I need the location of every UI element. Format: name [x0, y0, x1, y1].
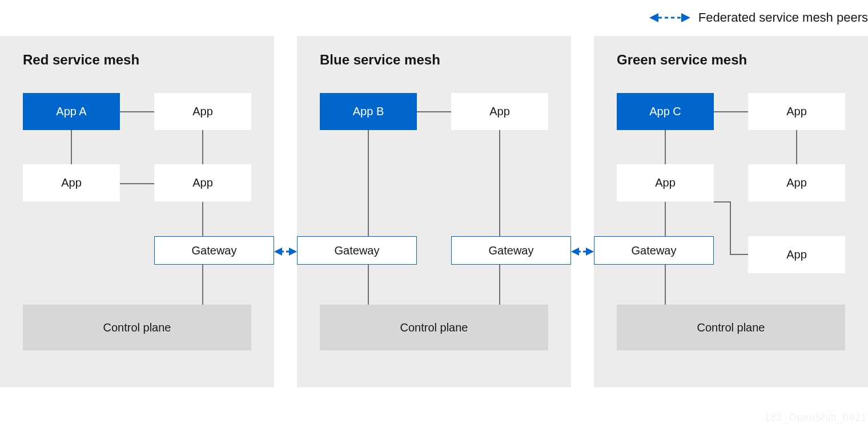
app-box-primary: App A [23, 93, 120, 130]
mesh-panel-red: Red service mesh App A App App App Gatew… [0, 36, 274, 387]
connector [714, 111, 748, 112]
gateway-box: Gateway [451, 236, 571, 265]
connector [120, 183, 154, 184]
app-box: App [748, 236, 845, 273]
app-box: App [748, 93, 845, 130]
app-box: App [748, 164, 845, 201]
peer-arrow-icon [571, 246, 594, 257]
svg-marker-0 [649, 13, 658, 22]
connector [120, 111, 154, 112]
legend-label: Federated service mesh peers [698, 10, 868, 25]
connector [499, 265, 500, 305]
control-plane-box: Control plane [320, 305, 548, 350]
connector [665, 130, 666, 164]
connector [499, 130, 500, 236]
legend: Federated service mesh peers [649, 10, 868, 25]
app-box: App [617, 164, 714, 201]
watermark: 182_OpenShift_0921 [765, 412, 867, 424]
peer-arrow-icon [274, 246, 297, 257]
svg-marker-5 [289, 248, 297, 256]
connector [714, 201, 731, 203]
gateway-box: Gateway [594, 236, 714, 265]
connector [368, 265, 369, 305]
connector [368, 130, 369, 236]
app-box-primary: App B [320, 93, 417, 130]
mesh-title-red: Red service mesh [23, 52, 139, 68]
svg-marker-3 [274, 248, 282, 256]
svg-marker-8 [586, 248, 594, 256]
svg-marker-2 [681, 13, 690, 22]
gateway-box: Gateway [297, 236, 417, 265]
app-box-primary: App C [617, 93, 714, 130]
connector [730, 254, 748, 255]
app-box: App [451, 93, 548, 130]
connector [796, 130, 797, 164]
connector [202, 265, 203, 305]
connector [202, 202, 203, 236]
connector [665, 265, 666, 305]
app-box: App [23, 164, 120, 201]
mesh-panel-green: Green service mesh App C App App App App… [594, 36, 868, 387]
mesh-panel-blue: Blue service mesh App B App Gateway Gate… [297, 36, 571, 387]
svg-marker-6 [571, 248, 579, 256]
mesh-title-blue: Blue service mesh [320, 52, 440, 68]
app-box: App [154, 164, 251, 201]
connector [202, 130, 203, 164]
connector [665, 202, 666, 236]
control-plane-box: Control plane [617, 305, 845, 350]
gateway-box: Gateway [154, 236, 274, 265]
connector [71, 130, 72, 164]
connector [417, 111, 451, 112]
app-box: App [154, 93, 251, 130]
mesh-title-green: Green service mesh [617, 52, 747, 68]
control-plane-box: Control plane [23, 305, 251, 350]
bidirectional-arrow-icon [649, 13, 690, 23]
connector [730, 201, 731, 254]
